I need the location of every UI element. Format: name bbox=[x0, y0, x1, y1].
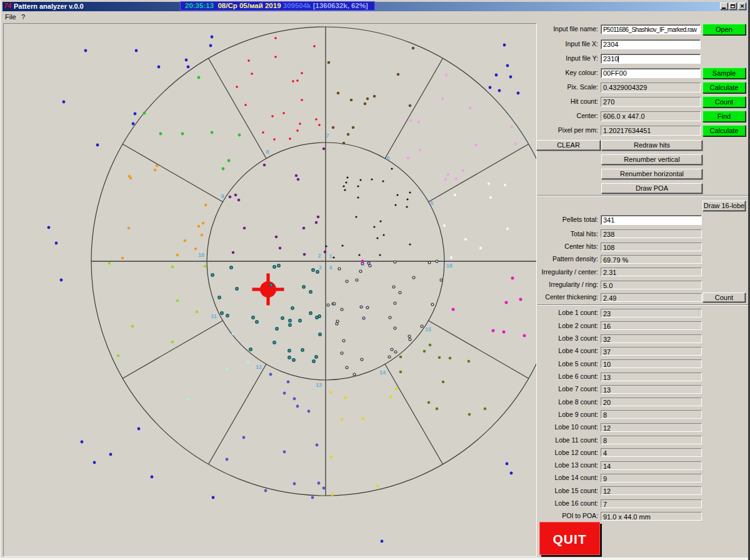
svg-text:6: 6 bbox=[386, 155, 389, 161]
svg-text:15: 15 bbox=[425, 326, 431, 332]
svg-text:11: 11 bbox=[211, 313, 217, 319]
svg-text:4: 4 bbox=[329, 264, 332, 271]
svg-text:16: 16 bbox=[446, 262, 452, 269]
svg-text:12: 12 bbox=[256, 364, 262, 370]
svg-text:5: 5 bbox=[430, 200, 433, 206]
svg-text:8: 8 bbox=[266, 149, 269, 155]
svg-text:3: 3 bbox=[318, 264, 321, 271]
svg-text:1: 1 bbox=[329, 253, 332, 259]
svg-text:13: 13 bbox=[316, 382, 322, 388]
svg-text:2: 2 bbox=[318, 252, 321, 259]
svg-text:14: 14 bbox=[379, 369, 386, 376]
svg-text:10: 10 bbox=[198, 252, 204, 258]
svg-text:7: 7 bbox=[326, 132, 329, 139]
svg-text:9: 9 bbox=[221, 193, 224, 199]
